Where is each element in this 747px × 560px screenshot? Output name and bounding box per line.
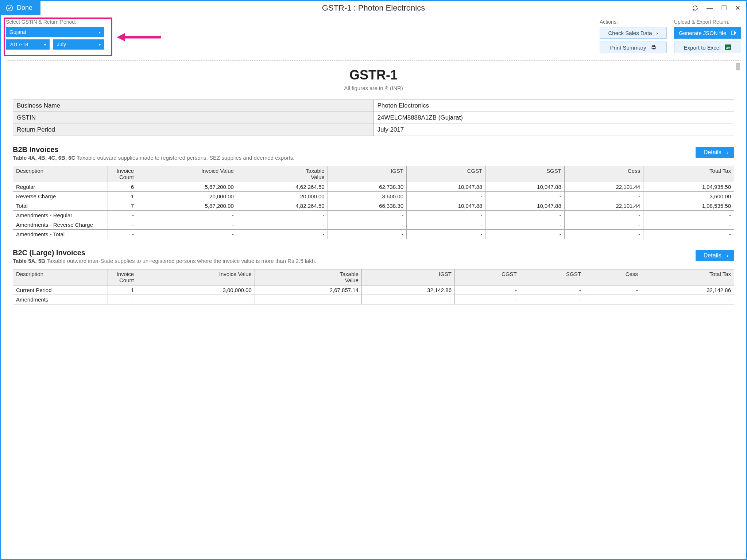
minimize-icon[interactable]: — <box>707 5 713 11</box>
month-dropdown[interactable]: July ▾ <box>53 39 104 50</box>
state-dropdown[interactable]: Gujarat ▾ <box>6 27 104 37</box>
table-cell: 22,101.44 <box>564 182 643 192</box>
table-cell: 5,67,200.00 <box>137 182 237 192</box>
table-cell: 3,600.00 <box>643 192 734 201</box>
table-cell: 10,047.88 <box>406 201 485 211</box>
done-button[interactable]: Done <box>1 1 40 15</box>
table-row: Return Period July 2017 <box>13 124 734 136</box>
year-dropdown[interactable]: 2017-18 ▾ <box>6 39 50 50</box>
table-cell: 4,62,264.50 <box>237 182 328 192</box>
close-icon[interactable]: ✕ <box>735 5 740 11</box>
export-label: Upload & Export Return: <box>674 19 741 25</box>
table-cell: - <box>137 220 237 230</box>
column-header: Description <box>13 269 108 285</box>
table-cell: - <box>485 211 564 220</box>
actions-label: Actions: <box>600 19 667 25</box>
info-label: GSTIN <box>13 112 374 124</box>
print-summary-label: Print Summary <box>610 44 646 51</box>
column-header: IGST <box>328 166 406 182</box>
table-cell: - <box>584 295 641 304</box>
b2cl-section: B2C (Large) Invoices Table 5A, 5B Taxabl… <box>13 249 734 304</box>
export-icon <box>731 30 736 36</box>
table-cell: - <box>485 220 564 230</box>
info-value: 24WELCM8888A1ZB (Gujarat) <box>374 112 734 124</box>
table-cell: 32,142.86 <box>361 285 454 295</box>
done-button-label: Done <box>17 4 32 12</box>
export-excel-button[interactable]: Export to Excel x≡ <box>674 42 741 53</box>
details-button-label: Details <box>704 252 721 259</box>
table-row: Current Period13,00,000.002,67,857.1432,… <box>13 285 734 295</box>
chevron-right-icon: › <box>727 252 728 259</box>
info-label: Business Name <box>13 100 374 112</box>
table-cell: - <box>520 295 584 304</box>
table-cell: 6 <box>108 182 137 192</box>
table-cell: 10,047.88 <box>485 182 564 192</box>
scrollbar-thumb[interactable] <box>736 63 740 70</box>
table-row: Business Name Photon Electronics <box>13 100 734 112</box>
table-cell: - <box>485 192 564 201</box>
actions-column: Actions: Check Sales Data › Print Summar… <box>600 19 667 56</box>
check-sales-button[interactable]: Check Sales Data › <box>600 27 667 39</box>
table-row: GSTIN 24WELCM8888A1ZB (Gujarat) <box>13 112 734 124</box>
table-cell: 32,142.86 <box>641 285 734 295</box>
table-cell: 66,338.30 <box>328 201 406 211</box>
table-cell: 7 <box>108 201 137 211</box>
table-cell: 1,08,535.50 <box>643 201 734 211</box>
b2b-subtitle: Table 4A, 4B, 4C, 6B, 6C Taxable outward… <box>13 155 696 161</box>
table-cell: 4,82,264.50 <box>237 201 328 211</box>
table-cell: - <box>564 220 643 230</box>
info-value: July 2017 <box>374 124 734 136</box>
table-cell: - <box>455 295 520 304</box>
table-row: Amendments-------- <box>13 295 734 304</box>
table-cell: - <box>137 211 237 220</box>
b2cl-table: DescriptionInvoiceCountInvoice ValueTaxa… <box>13 269 734 304</box>
table-cell: - <box>584 285 641 295</box>
state-dropdown-value: Gujarat <box>9 29 26 35</box>
chevron-right-icon: › <box>727 149 728 156</box>
svg-point-0 <box>7 5 13 11</box>
filter-block: Select GSTIN & Return Period: Gujarat ▾ … <box>6 19 104 56</box>
table-row: Amendments - Total-------- <box>13 230 734 239</box>
table-cell: - <box>564 211 643 220</box>
column-header: TaxableValue <box>237 166 328 182</box>
table-cell: - <box>328 220 406 230</box>
column-header: IGST <box>361 269 454 285</box>
window-controls: — ☐ ✕ <box>692 5 746 11</box>
table-cell: - <box>406 211 485 220</box>
column-header: Total Tax <box>641 269 734 285</box>
table-cell: Current Period <box>13 285 108 295</box>
print-summary-button[interactable]: Print Summary <box>600 42 667 53</box>
svg-rect-5 <box>653 48 654 49</box>
details-button-label: Details <box>704 149 721 156</box>
table-cell: - <box>643 211 734 220</box>
table-cell: - <box>237 230 328 239</box>
column-header: Description <box>13 166 108 182</box>
b2b-table: DescriptionInvoiceCountInvoice ValueTaxa… <box>13 166 734 239</box>
table-cell: - <box>137 230 237 239</box>
column-header: SGST <box>485 166 564 182</box>
chevron-down-icon: ▾ <box>44 43 46 47</box>
table-cell: - <box>643 230 734 239</box>
refresh-icon[interactable] <box>692 5 698 11</box>
table-cell: - <box>361 295 454 304</box>
check-circle-icon <box>6 4 13 12</box>
b2cl-details-button[interactable]: Details › <box>696 250 734 261</box>
maximize-icon[interactable]: ☐ <box>721 5 727 11</box>
printer-icon <box>651 44 657 50</box>
table-cell: - <box>137 295 255 304</box>
titlebar: Done GSTR-1 : Photon Electronics — ☐ ✕ <box>1 1 746 15</box>
column-header: Cess <box>564 166 643 182</box>
b2b-title: B2B Invoices <box>13 145 696 154</box>
table-cell: - <box>406 192 485 201</box>
table-cell: - <box>520 285 584 295</box>
excel-icon: x≡ <box>725 44 731 50</box>
report-area: GSTR-1 All figures are in ₹ (INR) Busine… <box>6 61 741 557</box>
table-cell: Total <box>13 201 108 211</box>
generate-json-button[interactable]: Generate JSON file <box>674 27 741 39</box>
check-sales-label: Check Sales Data <box>608 30 652 36</box>
column-header: TaxableValue <box>255 269 361 285</box>
column-header: SGST <box>520 269 584 285</box>
table-cell: - <box>641 295 734 304</box>
b2b-details-button[interactable]: Details › <box>696 147 734 158</box>
table-cell: - <box>564 230 643 239</box>
